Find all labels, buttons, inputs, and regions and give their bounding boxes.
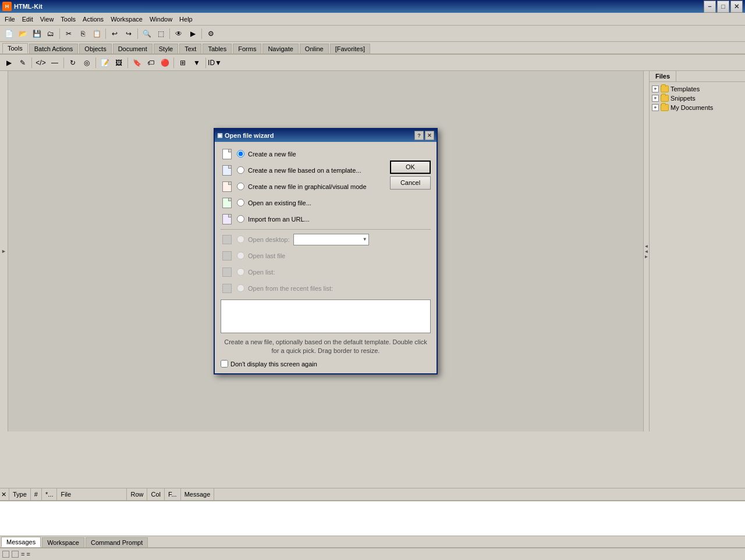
option-create-new: Create a new file [221, 148, 431, 160]
label-graphical[interactable]: Create a new file in graphical/visual mo… [248, 183, 367, 190]
minimize-button[interactable]: − [704, 1, 716, 13]
messages-area [0, 501, 745, 536]
menu-view[interactable]: View [37, 15, 58, 24]
radio-import-url[interactable] [237, 215, 244, 223]
dialog-close-button[interactable]: ✕ [425, 131, 434, 140]
dialog-help-button[interactable]: ? [414, 131, 424, 140]
tree-item-snippets[interactable]: + Snippets [652, 94, 743, 103]
desktop-dropdown[interactable]: ▼ [293, 234, 369, 245]
tb-undo[interactable]: ↩ [108, 27, 121, 40]
tb2-3[interactable]: </> [34, 56, 47, 69]
tb-cut[interactable]: ✂ [62, 27, 75, 40]
tb2-11[interactable]: 🔴 [158, 56, 171, 69]
radio-open-recent [237, 284, 244, 292]
left-collapse-button[interactable] [0, 71, 8, 431]
tab-navigate[interactable]: Navigate [262, 44, 298, 53]
tb2-id[interactable]: ID▼ [208, 56, 221, 69]
menu-tools[interactable]: Tools [57, 15, 79, 24]
bottom-area: ✕ Type # *... File Row Col F... Message … [0, 488, 745, 560]
tb-settings[interactable]: ⚙ [204, 27, 217, 40]
new-file-icon [221, 148, 233, 160]
tree-item-templates[interactable]: + Templates [652, 84, 743, 94]
tb2-12[interactable]: ⊞ [176, 56, 189, 69]
tb-open[interactable]: 📂 [16, 27, 29, 40]
expand-my-documents[interactable]: + [652, 104, 659, 111]
tb-find[interactable]: 🔍 [140, 27, 153, 40]
folder-icon-snippets [661, 95, 669, 102]
ok-button[interactable]: OK [390, 160, 431, 174]
tb-new[interactable]: 📄 [2, 27, 15, 40]
file-icon-import [222, 214, 232, 224]
right-collapse-button[interactable]: ◄► [643, 71, 649, 431]
sep6 [31, 58, 32, 68]
tab-text[interactable]: Text [179, 44, 201, 53]
tb-redo[interactable]: ↪ [122, 27, 135, 40]
tb2-8[interactable]: 🖼 [112, 56, 125, 69]
tb2-13[interactable]: ▼ [190, 56, 203, 69]
dont-show-row: Don't display this screen again [221, 360, 431, 368]
tree-label-my-documents: My Documents [670, 104, 713, 111]
menu-workspace[interactable]: Workspace [107, 15, 146, 24]
tab-batch-actions[interactable]: Batch Actions [29, 44, 79, 53]
menu-file[interactable]: File [1, 15, 19, 24]
bottom-tab-messages[interactable]: Messages [1, 537, 41, 547]
tb-preview[interactable]: 👁 [172, 27, 185, 40]
label-open-existing[interactable]: Open an existing file... [248, 199, 311, 206]
app-icon: H [2, 2, 12, 11]
tb2-6[interactable]: ◎ [80, 56, 93, 69]
tab-objects[interactable]: Objects [79, 44, 111, 53]
restore-button[interactable]: □ [717, 1, 729, 13]
tab-document[interactable]: Document [113, 44, 152, 53]
tb-run[interactable]: ▶ [186, 27, 199, 40]
label-create-new[interactable]: Create a new file [248, 151, 296, 158]
tb2-10[interactable]: 🏷 [144, 56, 157, 69]
dont-show-checkbox[interactable] [221, 360, 228, 368]
status-indicator-1 [2, 551, 9, 558]
radio-open-existing[interactable] [237, 199, 244, 206]
menu-help[interactable]: Help [176, 15, 196, 24]
tb2-5[interactable]: ↻ [66, 56, 79, 69]
sep4 [169, 28, 170, 39]
tb-copy[interactable]: ⎘ [76, 27, 89, 40]
radio-graphical[interactable] [237, 183, 244, 190]
tb-replace[interactable]: ⬚ [154, 27, 167, 40]
tb2-1[interactable]: ▶ [2, 56, 15, 69]
bottom-tab-workspace[interactable]: Workspace [42, 537, 84, 547]
expand-templates[interactable]: + [652, 85, 659, 92]
sep8 [95, 58, 96, 68]
tb-paste[interactable]: 📋 [90, 27, 103, 40]
tab-tools[interactable]: Tools [2, 43, 28, 53]
tb2-2[interactable]: ✎ [16, 56, 29, 69]
dont-show-label[interactable]: Don't display this screen again [230, 361, 317, 368]
status-bottom: = = [0, 547, 745, 560]
cancel-button[interactable]: Cancel [390, 176, 431, 190]
close-button[interactable]: ✕ [730, 1, 743, 13]
tree-item-my-documents[interactable]: + My Documents [652, 103, 743, 112]
label-import-url[interactable]: Import from an URL... [248, 216, 310, 223]
right-tab-files[interactable]: Files [650, 71, 676, 81]
tab-online[interactable]: Online [300, 44, 329, 53]
status-cell-close[interactable]: ✕ [0, 488, 9, 500]
recent-icon [221, 282, 233, 295]
tab-favorites[interactable]: [Favorites] [330, 44, 370, 53]
bottom-tab-command-prompt[interactable]: Command Prompt [86, 537, 148, 547]
expand-snippets[interactable]: + [652, 95, 659, 102]
file-icon-graphic [222, 181, 232, 192]
tb2-7[interactable]: 📝 [98, 56, 111, 69]
menu-window[interactable]: Window [146, 15, 176, 24]
menu-edit[interactable]: Edit [19, 15, 37, 24]
tab-style[interactable]: Style [154, 44, 178, 53]
open-file-wizard-dialog: ▣ Open file wizard ? ✕ OK Cancel [214, 128, 438, 375]
radio-template[interactable] [237, 166, 244, 174]
label-template[interactable]: Create a new file based on a template... [248, 167, 361, 174]
tab-tables[interactable]: Tables [203, 44, 232, 53]
tb2-9[interactable]: 🔖 [130, 56, 143, 69]
dialog-overlay: ▣ Open file wizard ? ✕ OK Cancel [8, 71, 643, 431]
tb-save[interactable]: 💾 [30, 27, 43, 40]
tab-forms[interactable]: Forms [233, 44, 261, 53]
radio-create-new[interactable] [237, 150, 244, 158]
tb2-4[interactable]: — [48, 56, 61, 69]
tb-save-all[interactable]: 🗂 [44, 27, 57, 40]
sep11 [205, 58, 206, 68]
menu-actions[interactable]: Actions [79, 15, 107, 24]
